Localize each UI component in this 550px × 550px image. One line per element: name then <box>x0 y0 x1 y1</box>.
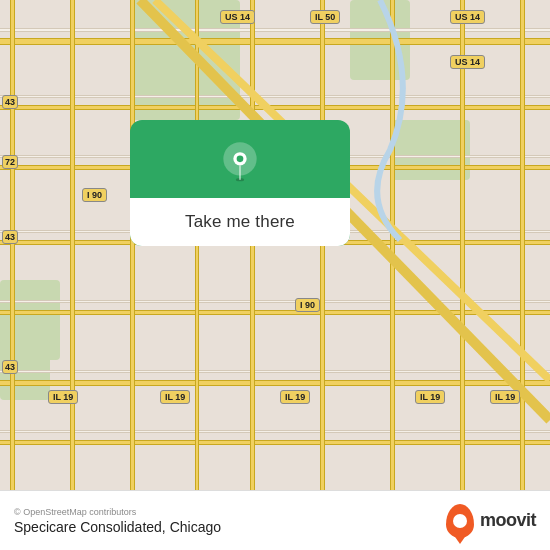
popup-button-area[interactable]: Take me there <box>130 198 350 246</box>
route-badge-43-1: 43 <box>2 95 18 109</box>
location-pin-icon <box>215 138 265 188</box>
svg-point-5 <box>237 156 244 163</box>
moovit-wordmark: moovit <box>480 510 536 531</box>
route-badge-i90-1: I 90 <box>82 188 107 202</box>
route-badge-il19-2: IL 19 <box>160 390 190 404</box>
route-badge-us14-1: US 14 <box>220 10 255 24</box>
route-badge-il19-1: IL 19 <box>48 390 78 404</box>
route-badge-il19-4: IL 19 <box>415 390 445 404</box>
info-bar-left: © OpenStreetMap contributors Specicare C… <box>14 507 221 535</box>
moovit-logo: moovit <box>446 504 536 538</box>
route-badge-il19-5: IL 19 <box>490 390 520 404</box>
route-badge-43-2: 43 <box>2 230 18 244</box>
route-badge-i90-2: I 90 <box>295 298 320 312</box>
take-me-there-button[interactable]: Take me there <box>169 210 311 234</box>
route-badge-us14-2: US 14 <box>450 10 485 24</box>
route-badge-il19-3: IL 19 <box>280 390 310 404</box>
osm-attribution: © OpenStreetMap contributors <box>14 507 221 517</box>
moovit-pin-inner <box>453 514 467 528</box>
route-badge-us14-3: US 14 <box>450 55 485 69</box>
route-badge-43-3: 43 <box>2 360 18 374</box>
info-bar: © OpenStreetMap contributors Specicare C… <box>0 490 550 550</box>
route-badge-il50: IL 50 <box>310 10 340 24</box>
place-name: Specicare Consolidated, Chicago <box>14 519 221 535</box>
map-view[interactable]: US 14 IL 50 US 14 43 US 14 I 90 72 43 I … <box>0 0 550 490</box>
moovit-pin-icon <box>446 504 474 538</box>
location-popup: Take me there <box>130 120 350 246</box>
route-badge-72: 72 <box>2 155 18 169</box>
popup-icon-area <box>215 120 265 198</box>
